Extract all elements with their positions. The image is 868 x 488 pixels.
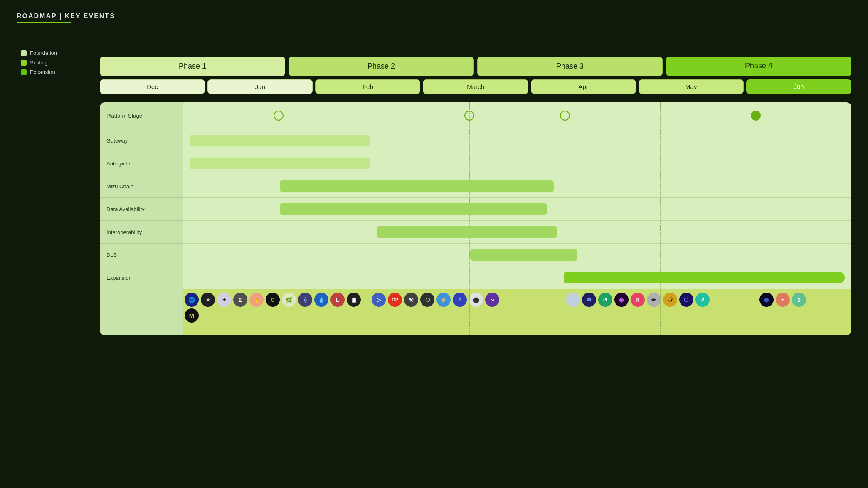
row-dls — [183, 244, 851, 266]
icon-shield: 🛡 — [663, 293, 677, 307]
month-jan: Jan — [207, 79, 313, 94]
icon-arrow: ⟡ — [201, 293, 215, 307]
icon-c-token: C — [266, 293, 280, 307]
row-icons: 🌐 ⟡ ✦ Σ 👆 C 🌿 ⟠ 💧 L ▦ M — [183, 289, 851, 335]
vline-5 — [660, 102, 661, 335]
icon-water: 💧 — [314, 293, 328, 307]
phase-headers: Phase 1 Phase 2 Phase 3 Phase 4 — [100, 57, 851, 76]
icon-wave: ≈ — [776, 293, 790, 307]
legend: Foundation Scaling Expansion — [17, 50, 57, 75]
title-underline — [17, 22, 71, 23]
phase-4: Phase 4 — [666, 57, 851, 76]
icon-stripes: ≡ — [566, 293, 580, 307]
icon-hexagon: ⬡ — [679, 293, 693, 307]
row-expansion — [183, 266, 851, 289]
icon-group-4: ◉ ≈ $ — [758, 291, 851, 308]
row-gateway — [183, 129, 851, 152]
milestone-1 — [274, 111, 284, 121]
icon-bolt: ⚡ — [436, 293, 451, 307]
gantt-grid: 🌐 ⟡ ✦ Σ 👆 C 🌿 ⟠ 💧 L ▦ M — [183, 102, 851, 335]
month-may: May — [639, 79, 744, 94]
icon-tools: ⚒ — [404, 293, 418, 307]
label-mizuchain: Mizu Chain — [100, 175, 183, 198]
icon-network: 🌐 — [185, 293, 199, 307]
bar-dataavail — [280, 203, 547, 215]
phase-3: Phase 3 — [477, 57, 663, 76]
page-title: ROADMAP | KEY EVENTS — [17, 12, 851, 20]
icon-hand: 👆 — [249, 293, 264, 307]
icon-stack: ⧉ — [582, 293, 596, 307]
phase-2: Phase 2 — [289, 57, 474, 76]
icon-eth: ⟠ — [298, 293, 312, 307]
icon-db: ▦ — [347, 293, 361, 307]
bar-dls — [470, 249, 577, 261]
icon-circle-purple: ◉ — [614, 293, 629, 307]
icon-op: OP — [388, 293, 402, 307]
scaling-dot — [21, 60, 27, 66]
vline-2 — [374, 102, 374, 335]
vline-3 — [469, 102, 470, 335]
icon-dollar: $ — [792, 293, 806, 307]
label-autoyield: Auto-yield — [100, 152, 183, 175]
row-autoyield — [183, 152, 851, 175]
icon-sphere: ⬤ — [469, 293, 483, 307]
icon-pencil: ✏ — [647, 293, 661, 307]
label-dataavail: Data Availability — [100, 198, 183, 221]
icon-diamond: ✦ — [217, 293, 231, 307]
month-headers: Dec Jan Feb March Apr May Jun — [100, 79, 851, 94]
foundation-dot — [21, 50, 27, 56]
row-interop — [183, 221, 851, 244]
phase-1: Phase 1 — [100, 57, 285, 76]
icon-leaf: 🌿 — [282, 293, 296, 307]
gantt-labels: Platform Stage Gateway Auto-yield Mizu C… — [100, 102, 183, 335]
icon-refresh: ↺ — [598, 293, 612, 307]
icon-up: ↗ — [695, 293, 710, 307]
label-interop: Interoperability — [100, 221, 183, 244]
icon-l-token: L — [330, 293, 345, 307]
legend-scaling: Scaling — [21, 59, 57, 66]
label-expansion: Expansion — [100, 266, 183, 289]
row-dataavail — [183, 198, 851, 221]
bar-mizuchain — [280, 180, 554, 192]
row-mizuchain — [183, 175, 851, 198]
icon-group-3: ≡ ⧉ ↺ ◉ R ✏ 🛡 ⬡ ↗ — [564, 291, 751, 308]
bar-expansion — [564, 272, 845, 283]
vline-4 — [565, 102, 565, 335]
label-dls: DLS — [100, 244, 183, 266]
milestone-3 — [560, 111, 570, 121]
icon-m-token: M — [185, 308, 199, 323]
icon-link: ∞ — [485, 293, 499, 307]
month-apr: Apr — [531, 79, 636, 94]
label-platform: Platform Stage — [100, 102, 183, 129]
gantt-chart: Platform Stage Gateway Auto-yield Mizu C… — [100, 102, 851, 335]
label-gateway: Gateway — [100, 129, 183, 152]
month-feb: Feb — [315, 79, 420, 94]
expansion-dot — [21, 69, 27, 75]
legend-expansion: Expansion — [21, 69, 57, 75]
month-march: March — [423, 79, 528, 94]
label-icons — [100, 289, 183, 335]
milestone-4 — [751, 111, 761, 121]
bar-autoyield — [190, 158, 370, 169]
icon-r-token: R — [631, 293, 645, 307]
icon-1inch: 1 — [453, 293, 467, 307]
bar-gateway — [190, 135, 370, 146]
icon-eye: ◉ — [760, 293, 774, 307]
legend-foundation: Foundation — [21, 50, 57, 56]
milestone-2 — [464, 111, 474, 121]
month-jun: Jun — [746, 79, 851, 94]
bar-interop — [377, 226, 557, 238]
row-platform — [183, 102, 851, 129]
icon-sigma: Σ — [233, 293, 247, 307]
vline-6 — [756, 102, 756, 335]
icon-group-2: ▷ OP ⚒ ⬡ ⚡ 1 ⬤ ∞ — [370, 291, 564, 308]
month-dec: Dec — [100, 79, 205, 94]
icon-leaf2: ⬡ — [420, 293, 434, 307]
icon-group-1: 🌐 ⟡ ✦ Σ 👆 C 🌿 ⟠ 💧 L ▦ M — [183, 291, 370, 324]
